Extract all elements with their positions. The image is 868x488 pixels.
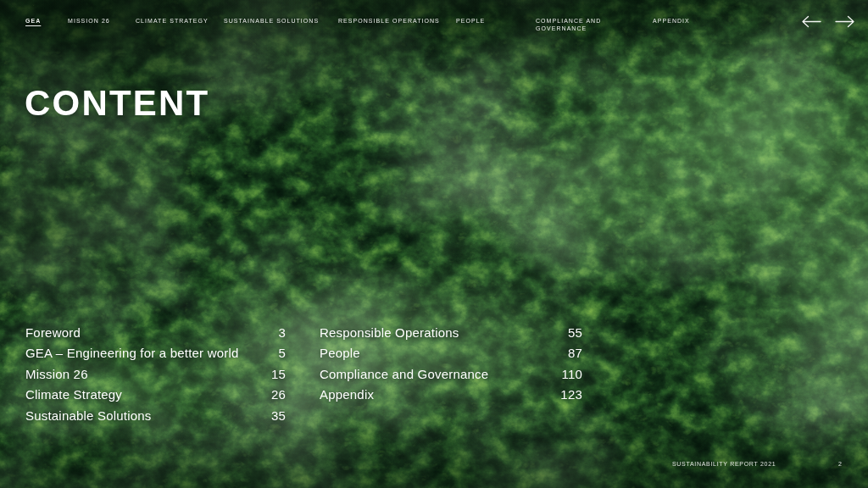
toc-entry-mission-26[interactable]: Mission 26 15 bbox=[25, 367, 286, 387]
toc-entry-page-number: 3 bbox=[278, 325, 286, 340]
toc-entry-page-number: 110 bbox=[561, 367, 582, 381]
nav-item-mission-26[interactable]: MISSION 26 bbox=[68, 18, 110, 25]
toc-entry-people[interactable]: People 87 bbox=[320, 346, 582, 366]
report-slide: GEA MISSION 26 CLIMATE STRATEGY SUSTAINA… bbox=[0, 0, 868, 488]
arrow-right-icon bbox=[834, 14, 856, 29]
toc-entry-page-number: 123 bbox=[560, 387, 582, 402]
nav-item-climate-strategy[interactable]: CLIMATE STRATEGY bbox=[136, 18, 209, 25]
previous-page-button[interactable] bbox=[800, 14, 822, 29]
toc-entry-page-number: 26 bbox=[271, 387, 286, 402]
arrow-left-icon bbox=[800, 14, 822, 29]
nav-item-sustainable-solutions[interactable]: SUSTAINABLE SOLUTIONS bbox=[224, 18, 319, 25]
toc-entry-title: Foreword bbox=[25, 325, 81, 340]
toc-entry-gea-engineering[interactable]: GEA – Engineering for a better world 5 bbox=[25, 346, 286, 366]
toc-entry-title: Responsible Operations bbox=[320, 325, 459, 340]
toc-column-left: Foreword 3 GEA – Engineering for a bette… bbox=[25, 325, 286, 429]
toc-entry-title: Compliance and Governance bbox=[320, 367, 488, 381]
toc-column-right: Responsible Operations 55 People 87 Comp… bbox=[320, 325, 582, 408]
toc-entry-page-number: 55 bbox=[568, 325, 582, 340]
next-page-button[interactable] bbox=[834, 14, 856, 29]
toc-entry-foreword[interactable]: Foreword 3 bbox=[25, 325, 286, 346]
toc-entry-page-number: 35 bbox=[271, 408, 286, 423]
toc-entry-title: Mission 26 bbox=[25, 367, 88, 381]
toc-entry-responsible-operations[interactable]: Responsible Operations 55 bbox=[320, 325, 582, 346]
nav-item-responsible-operations[interactable]: RESPONSIBLE OPERATIONS bbox=[338, 18, 440, 25]
toc-entry-title: Climate Strategy bbox=[25, 387, 122, 402]
toc-entry-title: Appendix bbox=[320, 387, 374, 402]
toc-entry-page-number: 87 bbox=[568, 346, 582, 360]
toc-entry-sustainable-solutions[interactable]: Sustainable Solutions 35 bbox=[25, 408, 286, 429]
toc-entry-appendix[interactable]: Appendix 123 bbox=[320, 387, 582, 408]
toc-entry-page-number: 15 bbox=[271, 367, 286, 381]
toc-entry-climate-strategy[interactable]: Climate Strategy 26 bbox=[25, 387, 286, 408]
nav-item-appendix[interactable]: APPENDIX bbox=[653, 18, 690, 25]
nav-item-people[interactable]: PEOPLE bbox=[456, 18, 485, 25]
toc-entry-compliance-and-governance[interactable]: Compliance and Governance 110 bbox=[320, 367, 582, 387]
toc-entry-title: GEA – Engineering for a better world bbox=[25, 346, 239, 360]
toc-entry-title: Sustainable Solutions bbox=[25, 408, 151, 423]
report-title-footer: SUSTAINABILITY REPORT 2021 bbox=[672, 461, 776, 467]
page-title: CONTENT bbox=[25, 85, 209, 122]
nav-item-gea[interactable]: GEA bbox=[25, 18, 41, 25]
nav-item-compliance-and-governance[interactable]: COMPLIANCE AND GOVERNANCE bbox=[536, 18, 614, 32]
toc-entry-title: People bbox=[320, 346, 360, 360]
page-number: 2 bbox=[838, 461, 843, 467]
toc-entry-page-number: 5 bbox=[278, 346, 286, 360]
